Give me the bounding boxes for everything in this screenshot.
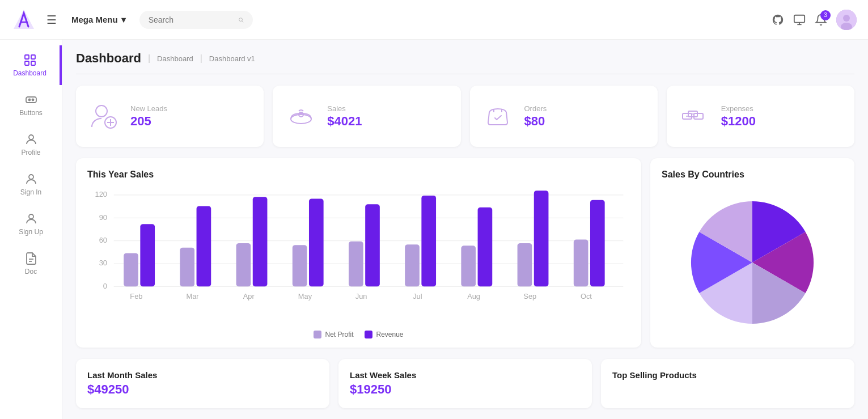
breadcrumb-current: Dashboard v1	[209, 54, 255, 63]
sidebar-label-profile: Profile	[21, 149, 40, 156]
sidebar-item-buttons[interactable]: Buttons	[0, 85, 62, 125]
svg-text:Oct: Oct	[581, 293, 592, 301]
svg-rect-44	[180, 248, 194, 287]
mega-menu-button[interactable]: Mega Menu ▾	[67, 12, 130, 27]
pie-chart-area	[662, 189, 843, 336]
monitor-icon	[793, 14, 806, 26]
top-selling-title: Top Selling Products	[612, 370, 843, 380]
stat-card-orders: Orders $80	[470, 86, 658, 147]
new-leads-icon-wrap	[87, 99, 121, 133]
svg-point-14	[28, 99, 30, 101]
topnav: ☰ Mega Menu ▾ 3	[0, 0, 868, 40]
svg-text:Feb: Feb	[130, 293, 142, 301]
profile-icon	[24, 133, 38, 146]
new-leads-label: New Leads	[130, 104, 167, 113]
sales-info: Sales $4021	[327, 104, 362, 129]
svg-rect-49	[309, 198, 324, 286]
svg-rect-48	[293, 245, 307, 286]
hamburger-button[interactable]: ☰	[44, 11, 59, 29]
legend-label-net-profit: Net Profit	[325, 331, 353, 338]
svg-rect-42	[124, 253, 138, 286]
github-button[interactable]	[772, 14, 784, 26]
search-icon	[238, 15, 244, 24]
svg-line-2	[242, 20, 243, 22]
signin-icon	[24, 172, 38, 186]
legend-dot-revenue	[365, 331, 372, 338]
sidebar-item-doc[interactable]: Doc	[0, 244, 62, 283]
svg-text:May: May	[298, 293, 312, 301]
bar-chart-card: This Year Sales 120 90 60 30	[76, 158, 641, 348]
search-input[interactable]	[149, 15, 234, 24]
dashboard-icon	[23, 53, 37, 67]
svg-rect-53	[421, 196, 436, 286]
avatar[interactable]	[836, 10, 857, 30]
svg-rect-10	[31, 55, 35, 59]
orders-value: $80	[524, 114, 547, 129]
svg-point-1	[239, 18, 242, 21]
new-leads-info: New Leads 205	[130, 104, 167, 129]
svg-point-7	[843, 15, 850, 22]
mega-menu-label: Mega Menu	[71, 15, 118, 24]
orders-icon-wrap	[481, 99, 515, 133]
svg-rect-45	[197, 206, 211, 287]
legend-label-revenue: Revenue	[376, 331, 403, 338]
bar-chart-svg: 120 90 60 30 0	[87, 189, 630, 325]
expenses-icon-wrap	[678, 99, 712, 133]
chart-legend: Net Profit Revenue	[87, 331, 630, 338]
svg-text:Aug: Aug	[467, 293, 480, 301]
stat-card-sales: Sales $4021	[273, 86, 460, 147]
breadcrumb-separator: |	[148, 53, 150, 64]
bottom-row: Last Month Sales $49250 Last Week Sales …	[76, 359, 854, 408]
monitor-button[interactable]	[793, 14, 806, 26]
top-selling-card: Top Selling Products	[601, 359, 854, 408]
doc-icon	[24, 252, 38, 265]
signup-icon	[24, 212, 38, 226]
legend-dot-net-profit	[314, 331, 321, 338]
sidebar-item-dashboard[interactable]: Dashboard	[0, 45, 62, 85]
expenses-icon	[679, 101, 710, 132]
content-area: Dashboard | Dashboard | Dashboard v1	[62, 40, 868, 419]
svg-rect-56	[518, 243, 532, 286]
search-box	[139, 11, 253, 29]
pie-chart-title: Sales By Countries	[662, 170, 843, 180]
pie-chart-card: Sales By Countries	[650, 158, 854, 348]
sales-icon	[286, 101, 317, 132]
sales-value: $4021	[327, 114, 362, 129]
last-month-card: Last Month Sales $49250	[76, 359, 329, 408]
expenses-info: Expenses $1200	[721, 104, 756, 129]
last-week-card: Last Week Sales $19250	[338, 359, 592, 408]
svg-rect-46	[236, 243, 251, 286]
sidebar-item-signin[interactable]: Sign In	[0, 164, 62, 204]
sidebar-item-signup[interactable]: Sign Up	[0, 204, 62, 244]
last-month-title: Last Month Sales	[87, 370, 318, 380]
svg-rect-47	[253, 197, 268, 286]
github-icon	[772, 14, 784, 26]
svg-text:Sep: Sep	[523, 293, 536, 301]
notifications-button[interactable]: 3	[815, 14, 827, 26]
logo-icon	[11, 7, 36, 32]
orders-label: Orders	[524, 104, 547, 113]
sales-icon-wrap	[284, 99, 318, 133]
last-month-value: $49250	[87, 382, 318, 397]
sidebar: Dashboard Buttons Profile	[0, 40, 62, 419]
orders-info: Orders $80	[524, 104, 547, 129]
svg-point-21	[96, 105, 107, 117]
svg-text:30: 30	[99, 260, 107, 268]
svg-rect-50	[349, 242, 363, 287]
sidebar-label-doc: Doc	[25, 268, 37, 276]
new-leads-icon	[89, 101, 120, 132]
sales-label: Sales	[327, 104, 362, 113]
main-layout: Dashboard Buttons Profile	[0, 40, 868, 419]
svg-point-18	[29, 214, 33, 219]
svg-rect-43	[140, 224, 155, 286]
chevron-down-icon: ▾	[121, 15, 126, 25]
sidebar-item-profile[interactable]: Profile	[0, 125, 62, 164]
buttons-icon	[24, 93, 38, 107]
svg-rect-12	[31, 61, 35, 65]
sidebar-label-signin: Sign In	[20, 188, 41, 196]
sidebar-label-buttons: Buttons	[19, 109, 43, 117]
stat-card-new-leads: New Leads 205	[76, 86, 264, 147]
sidebar-label-signup: Sign Up	[19, 228, 43, 236]
svg-rect-9	[25, 55, 29, 59]
svg-rect-3	[794, 15, 805, 22]
